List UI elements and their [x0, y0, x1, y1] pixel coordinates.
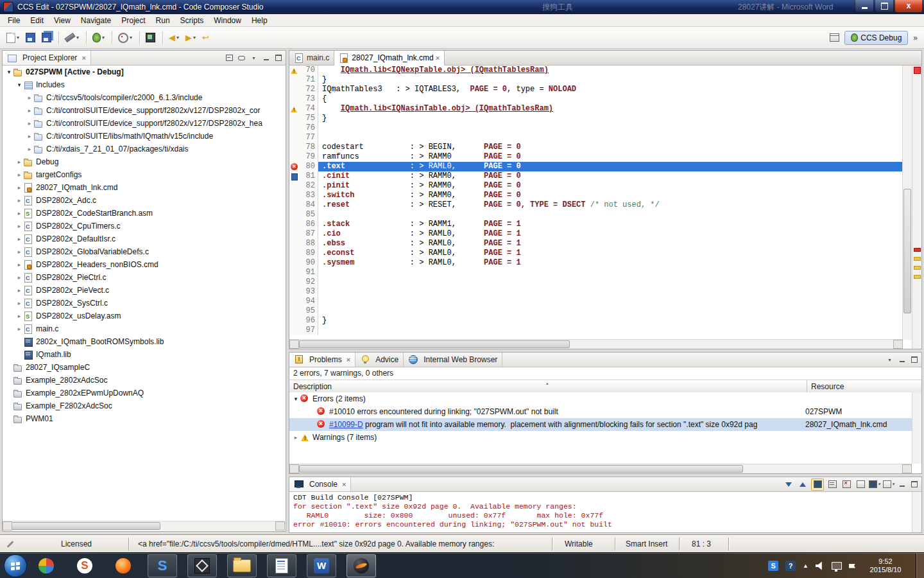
- close-view-icon[interactable]: ×: [342, 481, 346, 488]
- tree-twistie-icon[interactable]: [15, 159, 23, 165]
- editor-hscrollbar[interactable]: [289, 339, 903, 349]
- overview-ruler[interactable]: [912, 66, 921, 349]
- code-line[interactable]: 74 IQmath.lib<IQNasinTable.obj> (IQmathT…: [289, 104, 903, 114]
- tree-item[interactable]: DSP2802x_Adc.c: [3, 194, 285, 207]
- code-line[interactable]: 76: [289, 123, 903, 133]
- tree-item[interactable]: DSP2802x_usDelay.asm: [3, 310, 285, 322]
- scroll-lock-icon[interactable]: [826, 479, 838, 490]
- code-line[interactable]: 92: [289, 277, 903, 287]
- tab-console[interactable]: Console ×: [289, 477, 351, 491]
- problem-row[interactable]: #10010 errors encountered during linking…: [289, 405, 912, 418]
- tree-item[interactable]: DSP2802x_PieCtrl.c: [3, 271, 285, 284]
- code-line[interactable]: 81 .cinit : > RAMM0, PAGE = 0: [289, 171, 903, 181]
- scroll-left-button[interactable]: [289, 340, 299, 349]
- code-editor[interactable]: 70 IQmath.lib<IQNexpTable.obj> (IQmathTa…: [289, 66, 903, 340]
- scroll-right-button[interactable]: [893, 340, 903, 349]
- taskbar-explorer-button[interactable]: [227, 554, 257, 577]
- build-button[interactable]: ▾: [62, 30, 81, 46]
- minimize-window-button[interactable]: [855, 0, 874, 12]
- pin-console-icon[interactable]: [855, 479, 866, 490]
- sogou-tray-icon[interactable]: S: [768, 561, 778, 571]
- code-line[interactable]: 82 .pinit : > RAMM0, PAGE = 0: [289, 181, 903, 191]
- overview-warning-mark[interactable]: [914, 257, 921, 261]
- problems-hscrollbar[interactable]: [289, 464, 912, 473]
- close-view-icon[interactable]: ×: [346, 356, 350, 363]
- next-console-icon[interactable]: [783, 479, 794, 490]
- code-line[interactable]: 83 .switch : > RAMM0, PAGE = 0: [289, 191, 903, 200]
- overview-error-mark[interactable]: [914, 248, 921, 252]
- tree-item[interactable]: DSP2802x_SysCtrl.c: [3, 297, 285, 310]
- maximize-view-icon[interactable]: [909, 480, 919, 489]
- taskbar-ccstudio-button[interactable]: [346, 554, 376, 577]
- maximize-view-icon[interactable]: [909, 356, 919, 364]
- previous-console-icon[interactable]: [797, 479, 809, 490]
- tree-item[interactable]: DSP2802x_CodeStartBranch.asm: [3, 207, 285, 220]
- tree-twistie-icon[interactable]: [15, 185, 23, 191]
- code-line[interactable]: 87 .cio : > RAML0, PAGE = 1: [289, 229, 903, 239]
- scrollbar-thumb[interactable]: [12, 522, 160, 530]
- problems-vscrollbar[interactable]: [912, 392, 921, 464]
- open-perspective-icon[interactable]: [830, 33, 839, 42]
- code-line[interactable]: 88 .ebss : > RAML0, PAGE = 1: [289, 239, 903, 249]
- help-tray-icon[interactable]: ?: [785, 561, 796, 571]
- show-console-on-output-icon[interactable]: [811, 478, 824, 491]
- volume-icon[interactable]: [816, 561, 825, 570]
- tree-twistie-icon[interactable]: [15, 249, 23, 255]
- tree-twistie-icon[interactable]: [26, 108, 33, 114]
- code-line[interactable]: 85: [289, 210, 903, 220]
- tree-item[interactable]: C:/ti/controlSUITE/libs/math/IQmath/v15c…: [3, 130, 285, 143]
- scroll-left-button[interactable]: [3, 521, 12, 530]
- code-line[interactable]: 91: [289, 268, 903, 277]
- tree-item[interactable]: Example_2802xAdcSoc: [3, 374, 285, 387]
- group-twistie-icon[interactable]: [292, 396, 300, 402]
- menu-item[interactable]: Help: [246, 15, 273, 26]
- minimize-view-icon[interactable]: [897, 356, 907, 364]
- code-line[interactable]: 78 codestart : > BEGIN, PAGE = 0: [289, 143, 903, 152]
- problem-row[interactable]: Errors (2 items): [289, 392, 912, 405]
- menu-item[interactable]: Run: [151, 15, 175, 26]
- tree-twistie-icon[interactable]: [15, 301, 23, 306]
- column-header-resource[interactable]: Resource: [807, 380, 921, 393]
- tree-twistie-icon[interactable]: [15, 211, 23, 216]
- code-line[interactable]: 72 IQmathTables3 : > IQTABLES3, PAGE = 0…: [289, 85, 903, 94]
- display-selected-console-icon[interactable]: ▾: [869, 479, 880, 490]
- show-desktop-button[interactable]: [916, 553, 924, 578]
- problem-code[interactable]: #10010: [329, 407, 355, 416]
- perspective-overflow-chevron[interactable]: »: [913, 33, 918, 42]
- new-target-configuration-button[interactable]: ▾: [116, 30, 135, 46]
- scroll-right-button[interactable]: [902, 464, 912, 473]
- code-line[interactable]: 89 .econst : > RAML0, PAGE = 1: [289, 249, 903, 258]
- console-vscrollbar[interactable]: [912, 492, 921, 532]
- view-tab[interactable]: Problems ×: [289, 353, 355, 367]
- taskbar-sogou-browser-button[interactable]: S: [148, 554, 177, 577]
- taskbar-media-player-button[interactable]: [32, 555, 60, 577]
- code-line[interactable]: 73 {: [289, 94, 903, 104]
- editor-tab[interactable]: main.c ×: [289, 51, 334, 65]
- close-tab-icon[interactable]: ×: [436, 55, 440, 62]
- tree-item[interactable]: Debug: [3, 155, 285, 168]
- code-line[interactable]: 80 .text : > RAML0, PAGE = 0: [289, 162, 903, 171]
- tree-twistie-icon[interactable]: [26, 95, 33, 101]
- minimize-view-icon[interactable]: [261, 54, 271, 62]
- code-line[interactable]: 84 .reset : > RESET, PAGE = 0, TYPE = DS…: [289, 200, 903, 210]
- code-line[interactable]: 93: [289, 287, 903, 297]
- minimize-view-icon[interactable]: [897, 480, 907, 489]
- start-button[interactable]: [4, 554, 27, 577]
- tab-project-explorer[interactable]: Project Explorer ×: [3, 51, 91, 65]
- menu-item[interactable]: File: [3, 15, 25, 26]
- menu-item[interactable]: View: [49, 15, 76, 26]
- tree-twistie-icon[interactable]: [15, 288, 23, 293]
- hidden-icons-arrow-icon[interactable]: ▲: [803, 563, 809, 569]
- view-menu-icon[interactable]: ▾: [885, 356, 894, 364]
- maximize-view-icon[interactable]: [273, 54, 283, 62]
- taskbar-word-button[interactable]: W: [307, 554, 336, 577]
- close-window-button[interactable]: x: [894, 0, 923, 12]
- taskbar-ccs-cube-button[interactable]: [187, 554, 217, 577]
- tree-twistie-icon[interactable]: [15, 313, 23, 319]
- tree-twistie-icon[interactable]: [26, 121, 33, 127]
- tree-item[interactable]: DSP2802x_PieVect.c: [3, 284, 285, 297]
- view-tab[interactable]: Advice ×: [355, 353, 404, 367]
- editor-vscrollbar[interactable]: [902, 66, 912, 340]
- tree-item[interactable]: 027SPWM [Active - Debug]: [3, 66, 285, 78]
- explorer-hscrollbar[interactable]: [3, 521, 285, 530]
